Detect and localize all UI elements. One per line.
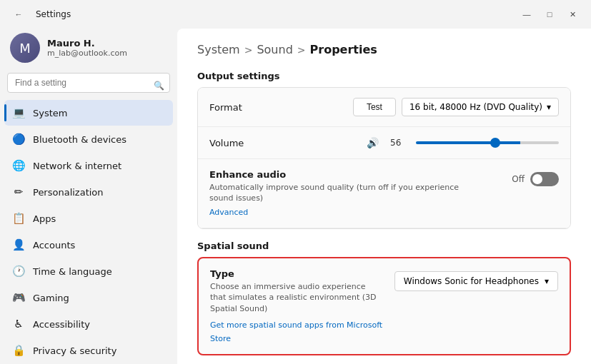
privacy-icon: 🔒 [11, 343, 26, 358]
main-content: System > Sound > Properties Output setti… [177, 29, 591, 364]
avatar: M [10, 33, 40, 63]
sidebar-item-label: Time & language [33, 266, 112, 277]
volume-label: Volume [209, 138, 281, 148]
enhance-desc: Automatically improve sound quality (tur… [209, 182, 481, 204]
enhance-title: Enhance audio [209, 169, 512, 180]
titlebar: ← Settings — □ ✕ [0, 0, 591, 26]
spatial-inner: Type Choose an immersive audio experienc… [199, 258, 570, 354]
back-button[interactable]: ← [9, 6, 29, 22]
sidebar-item-label: System [33, 108, 67, 118]
time-icon: 🕐 [11, 264, 26, 278]
gaming-icon: 🎮 [11, 290, 26, 305]
sidebar: M Mauro H. m_lab@outlook.com 🔍 💻 System … [0, 26, 177, 364]
format-controls: Test 16 bit, 48000 Hz (DVD Quality) ▾ [353, 98, 559, 116]
sidebar-item-accounts[interactable]: 👤 Accounts [4, 232, 173, 258]
search-icon: 🔍 [154, 81, 164, 91]
titlebar-title: Settings [36, 9, 71, 19]
sidebar-item-bluetooth[interactable]: 🔵 Bluetooth & devices [4, 126, 173, 152]
nav-items: 💻 System 🔵 Bluetooth & devices 🌐 Network… [0, 98, 177, 364]
output-settings-title: Output settings [197, 71, 571, 81]
breadcrumb-sep1: > [244, 44, 253, 56]
test-button[interactable]: Test [353, 98, 396, 116]
volume-value: 56 [390, 138, 404, 148]
close-button[interactable]: ✕ [562, 6, 582, 22]
accessibility-icon: ♿ [11, 317, 26, 331]
sidebar-item-label: Personalization [33, 187, 104, 198]
spatial-type-desc: Choose an immersive audio experience tha… [210, 281, 383, 314]
app-body: M Mauro H. m_lab@outlook.com 🔍 💻 System … [0, 26, 591, 364]
spatial-dropdown-chevron-icon: ▾ [545, 276, 549, 286]
volume-slider[interactable] [416, 141, 559, 144]
sidebar-item-time[interactable]: 🕐 Time & language [4, 258, 173, 284]
spatial-dropdown-value: Windows Sonic for Headphones [404, 276, 539, 286]
minimize-button[interactable]: — [517, 6, 537, 22]
sidebar-item-apps[interactable]: 📋 Apps [4, 206, 173, 231]
sidebar-item-label: Accounts [33, 240, 75, 251]
sidebar-item-gaming[interactable]: 🎮 Gaming [4, 285, 173, 310]
spatial-sound-title: Spatial sound [197, 241, 571, 251]
spatial-text: Type Choose an immersive audio experienc… [210, 268, 383, 344]
sidebar-item-personalization[interactable]: ✏️ Personalization [4, 179, 173, 205]
format-chevron-icon: ▾ [547, 102, 551, 112]
bluetooth-icon: 🔵 [11, 132, 26, 146]
sidebar-item-accessibility[interactable]: ♿ Accessibility [4, 311, 173, 337]
breadcrumb-current: Properties [310, 43, 377, 56]
network-icon: 🌐 [11, 158, 26, 173]
enhance-toggle[interactable] [530, 172, 559, 186]
speaker-icon: 🔊 [367, 137, 379, 148]
user-email: m_lab@outlook.com [47, 49, 127, 58]
maximize-button[interactable]: □ [540, 6, 560, 22]
sidebar-item-system[interactable]: 💻 System [4, 100, 173, 126]
user-info: Mauro H. m_lab@outlook.com [47, 38, 127, 58]
user-profile: M Mauro H. m_lab@outlook.com [0, 26, 177, 73]
advanced-link[interactable]: Advanced [209, 208, 248, 217]
window-controls: — □ ✕ [517, 6, 582, 22]
spatial-section: Spatial sound Type Choose an immersive a… [197, 241, 571, 355]
format-dropdown[interactable]: 16 bit, 48000 Hz (DVD Quality) ▾ [402, 98, 559, 116]
sidebar-item-network[interactable]: 🌐 Network & internet [4, 153, 173, 178]
spatial-type-title: Type [210, 268, 383, 279]
sidebar-item-label: Bluetooth & devices [33, 134, 126, 145]
personalization-icon: ✏️ [11, 185, 26, 199]
enhance-controls: Off [512, 172, 559, 186]
apps-icon: 📋 [11, 211, 26, 226]
sidebar-item-label: Accessibility [33, 319, 90, 330]
sidebar-item-label: Privacy & security [33, 345, 116, 356]
format-label: Format [209, 102, 281, 113]
enhance-text: Enhance audio Automatically improve soun… [209, 169, 512, 218]
accounts-icon: 👤 [11, 238, 26, 252]
volume-row: Volume 🔊 56 [198, 127, 570, 159]
spatial-controls: Windows Sonic for Headphones ▾ [394, 271, 558, 291]
output-settings-card: Format Test 16 bit, 48000 Hz (DVD Qualit… [197, 87, 571, 229]
breadcrumb-sep2: > [297, 44, 306, 56]
spatial-type-dropdown[interactable]: Windows Sonic for Headphones ▾ [394, 271, 558, 291]
system-icon: 💻 [11, 106, 26, 120]
spatial-card: Type Choose an immersive audio experienc… [197, 257, 571, 355]
enhance-row: Enhance audio Automatically improve soun… [198, 159, 570, 228]
format-row: Format Test 16 bit, 48000 Hz (DVD Qualit… [198, 88, 570, 127]
spatial-store-link[interactable]: Get more spatial sound apps from Microso… [210, 320, 382, 343]
toggle-off-label: Off [512, 174, 525, 184]
sidebar-item-label: Gaming [33, 293, 69, 303]
breadcrumb: System > Sound > Properties [197, 43, 571, 56]
breadcrumb-part2: Sound [257, 43, 292, 56]
sidebar-item-label: Network & internet [33, 161, 121, 171]
volume-controls: 🔊 56 [367, 137, 559, 148]
sidebar-item-privacy[interactable]: 🔒 Privacy & security [4, 338, 173, 363]
search-container: 🔍 [0, 73, 177, 98]
breadcrumb-part1: System [197, 43, 240, 56]
format-value: 16 bit, 48000 Hz (DVD Quality) [409, 102, 542, 112]
search-input[interactable] [7, 73, 170, 93]
sidebar-item-label: Apps [33, 213, 56, 224]
user-name: Mauro H. [47, 38, 127, 49]
